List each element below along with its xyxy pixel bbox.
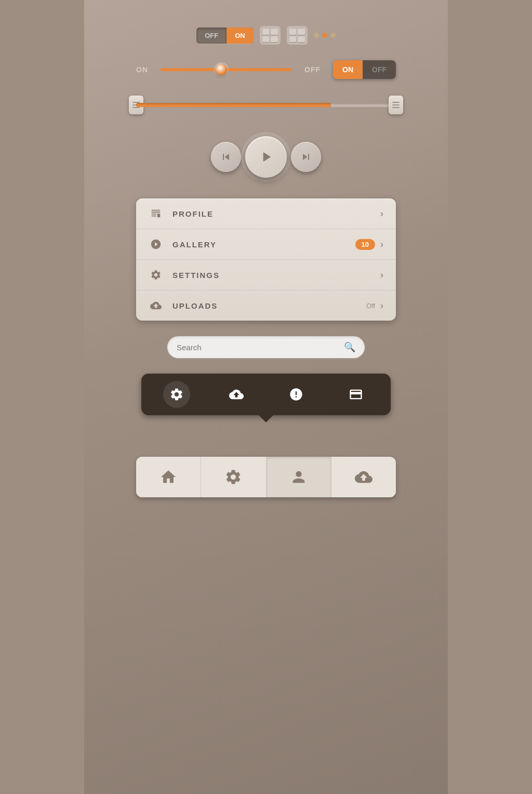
menu-item-uploads[interactable]: UPLOADS Off › (136, 290, 396, 321)
gallery-label: GALLERY (172, 240, 355, 249)
menu-section: PROFILE › GALLERY 10 › SETTINGS › (136, 198, 396, 321)
dot-2 (322, 33, 327, 38)
profile-icon (149, 208, 163, 219)
grid-toggle-2[interactable] (287, 26, 308, 45)
tab-settings[interactable] (201, 457, 266, 497)
grid-toggle-1[interactable] (260, 26, 281, 45)
btn-off[interactable]: OFF (363, 60, 396, 79)
dot-1 (314, 33, 319, 38)
range-track[interactable] (136, 103, 396, 107)
uploads-status: Off (366, 302, 375, 310)
tab-upload[interactable] (331, 457, 396, 497)
toggle-off-label[interactable]: OFF (196, 28, 227, 44)
settings-label: SETTINGS (172, 271, 380, 280)
range-slider-section (136, 95, 396, 115)
tabbar-section (136, 457, 396, 497)
main-container: OFF ON ON OFF ON OFF (84, 0, 448, 794)
search-section: 🔍 (167, 336, 365, 358)
btn-on[interactable]: ON (333, 60, 363, 79)
toggle-section: OFF ON (196, 26, 336, 45)
off-label: OFF (304, 65, 321, 74)
toggle-on-label[interactable]: ON (227, 28, 254, 44)
slider-toggle-section: ON OFF ON OFF (136, 60, 396, 79)
off-on-toggle[interactable]: OFF ON (196, 28, 254, 44)
toolbar-section (141, 374, 391, 415)
toolbar-settings-button[interactable] (163, 381, 190, 408)
search-input[interactable] (177, 343, 344, 352)
dot-3 (330, 33, 336, 38)
slider-track[interactable] (161, 68, 292, 71)
uploads-label: UPLOADS (172, 301, 366, 310)
gallery-arrow: › (380, 239, 383, 250)
fast-forward-button[interactable] (291, 142, 321, 172)
menu-item-settings[interactable]: SETTINGS › (136, 260, 396, 290)
search-box[interactable]: 🔍 (167, 336, 365, 358)
media-player-section (211, 136, 321, 178)
on-off-button-group[interactable]: ON OFF (333, 60, 396, 79)
settings-arrow: › (380, 270, 383, 281)
play-button[interactable] (245, 136, 287, 178)
on-label: ON (136, 65, 148, 74)
toolbar-alert-button[interactable] (283, 381, 310, 408)
menu-item-profile[interactable]: PROFILE › (136, 198, 396, 229)
tab-person[interactable] (267, 457, 331, 497)
range-handle-right[interactable] (389, 96, 403, 114)
slider-knob[interactable] (216, 64, 227, 75)
uploads-arrow: › (380, 300, 383, 311)
search-icon: 🔍 (344, 341, 355, 353)
toolbar-download-button[interactable] (223, 381, 250, 408)
gallery-badge: 10 (355, 239, 375, 250)
profile-arrow: › (380, 208, 383, 219)
uploads-menu-icon (149, 300, 163, 311)
profile-label: PROFILE (172, 209, 380, 218)
menu-item-gallery[interactable]: GALLERY 10 › (136, 229, 396, 260)
tab-home[interactable] (136, 457, 201, 497)
rewind-button[interactable] (211, 142, 241, 172)
settings-menu-icon (149, 269, 163, 281)
toolbar-card-button[interactable] (342, 381, 369, 408)
gallery-icon (149, 239, 163, 250)
dots-indicator (314, 33, 336, 38)
